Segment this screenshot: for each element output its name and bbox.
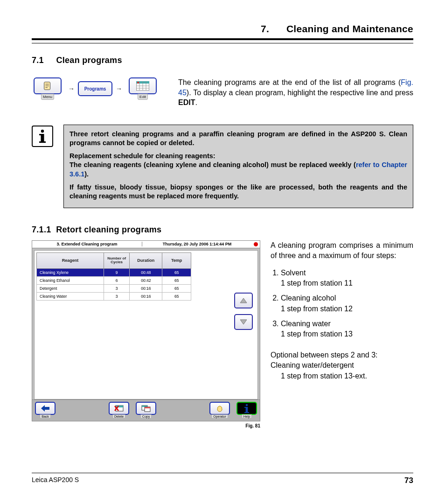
scroll-arrows [234, 293, 253, 330]
section-title-7-1: 7.1 Clean programs [32, 56, 413, 65]
table-row[interactable]: Cleaning Xylene900:4865 [37, 268, 191, 276]
header-rule [32, 43, 413, 43]
table-area: Reagent Number of Cycles Duration Temp C… [34, 250, 258, 399]
programs-button[interactable]: Programs [79, 81, 111, 96]
menu-button[interactable]: Menu [32, 77, 63, 100]
nav-row: Menu → Programs → Edit The cleaning prog… [32, 77, 413, 108]
device-screenshot: 3. Extended Cleaning program Thursday, 2… [32, 240, 260, 421]
footer: Leica ASP200 S 73 [32, 473, 413, 485]
info-row: Three retort cleaning programs and a par… [32, 125, 413, 208]
screenshot-row: 3. Extended Cleaning program Thursday, 2… [32, 240, 413, 428]
program-table: Reagent Number of Cycles Duration Temp C… [36, 252, 191, 301]
chapter-header: 7. Cleaning and Maintenance [32, 23, 413, 40]
col-temp[interactable]: Temp [162, 252, 191, 268]
notepad-icon [42, 81, 53, 91]
svg-rect-6 [39, 141, 46, 143]
table-row[interactable]: Detergent300:1665 [37, 284, 191, 292]
info-icon-box [32, 126, 53, 147]
edit-button[interactable]: Edit [127, 77, 159, 100]
delete-button[interactable]: Delete [108, 402, 130, 419]
triangle-up-icon [240, 298, 247, 303]
nav-buttons: Menu → Programs → Edit [32, 77, 159, 100]
section-title-7-1-1: 7.1.1 Retort cleaning programs [32, 225, 413, 235]
list-item: Cleaning alcohol1 step from station 12 [281, 293, 413, 314]
svg-marker-10 [41, 405, 49, 412]
copy-button[interactable]: Copy [135, 402, 157, 419]
info-icon [37, 129, 48, 143]
arrow-left-icon [41, 405, 49, 412]
table-row[interactable]: Cleaning Ethanol600:4265 [37, 276, 191, 284]
svg-rect-21 [244, 407, 246, 408]
help-button[interactable]: Help [236, 402, 258, 419]
list-item: Solvent1 step from station 11 [281, 268, 413, 289]
svg-rect-16 [145, 407, 150, 408]
page-number: 73 [404, 476, 413, 485]
product-name: Leica ASP200 S [32, 476, 79, 485]
svg-rect-7 [39, 134, 42, 135]
arrow-icon: → [68, 85, 75, 92]
intro-paragraph: The cleaning programs are at the end of … [168, 77, 413, 108]
svg-marker-9 [240, 320, 247, 324]
svg-rect-12 [116, 406, 123, 407]
svg-rect-20 [244, 412, 249, 413]
grid-icon [136, 81, 149, 91]
info-panel: Three retort cleaning programs and a par… [63, 125, 413, 208]
table-row[interactable]: Cleaning Water300:1665 [37, 292, 191, 300]
svg-point-4 [41, 130, 44, 133]
scroll-down-button[interactable] [234, 314, 253, 330]
back-button[interactable]: Back [34, 402, 56, 419]
col-duration[interactable]: Duration [130, 252, 162, 268]
chapter-title: Cleaning and Maintenance [286, 23, 413, 34]
arrow-icon: → [116, 85, 122, 92]
list-item: Cleaning water1 step from station 13 [281, 319, 413, 340]
info-icon [243, 404, 250, 413]
steps-list: Solvent1 step from station 11Cleaning al… [271, 268, 413, 340]
bottom-toolbar: Back Delete Copy Operator [32, 399, 260, 421]
right-column: A cleaning program comprises a minimum o… [271, 240, 413, 388]
svg-point-18 [246, 404, 248, 406]
copy-icon [141, 405, 151, 412]
figure-caption: Fig. 81 [32, 423, 260, 428]
operator-button[interactable]: Operator [209, 402, 231, 419]
operator-icon [216, 405, 224, 412]
chapter-number: 7. [261, 23, 269, 34]
triangle-down-icon [240, 319, 247, 325]
col-cycles[interactable]: Number of Cycles [104, 252, 130, 268]
titlebar: 3. Extended Cleaning program Thursday, 2… [32, 241, 260, 248]
col-reagent[interactable]: Reagent [37, 252, 104, 268]
svg-marker-8 [240, 298, 247, 303]
svg-point-3 [137, 82, 139, 84]
status-dot-icon [254, 242, 258, 246]
scroll-up-button[interactable] [234, 293, 253, 308]
delete-icon [114, 405, 124, 412]
